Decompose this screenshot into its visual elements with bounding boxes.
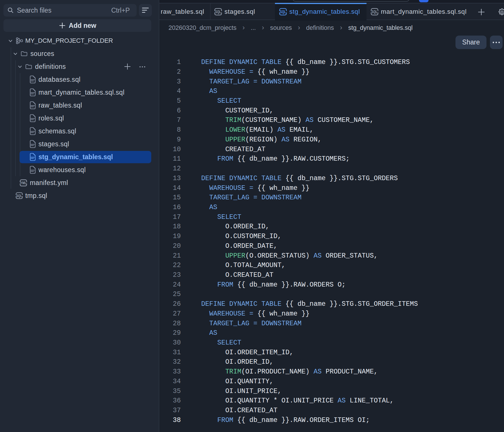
svg-text:SQL: SQL xyxy=(372,9,377,14)
svg-text:SQL: SQL xyxy=(280,9,286,14)
svg-text:SQL: SQL xyxy=(215,9,221,14)
svg-text:YML: YML xyxy=(20,181,27,185)
svg-text:SQL: SQL xyxy=(16,194,22,198)
